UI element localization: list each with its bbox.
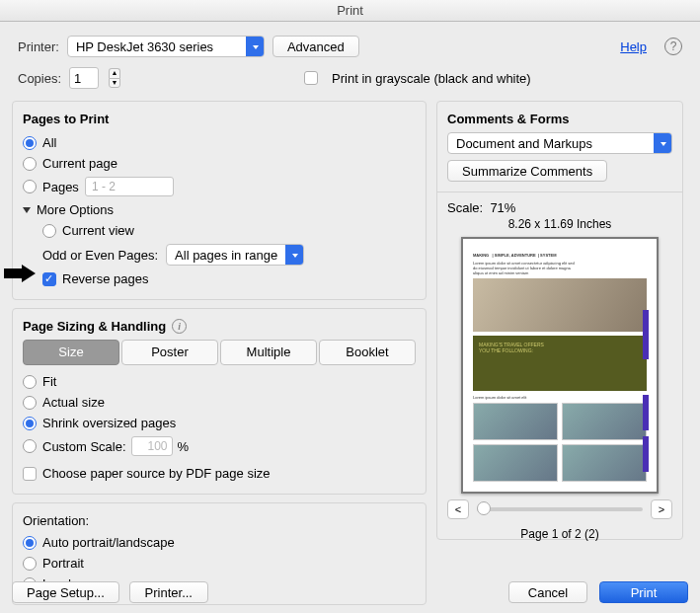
printer-select-value[interactable]: HP DeskJet 3630 series — [67, 36, 265, 57]
pages-radio[interactable] — [23, 180, 37, 193]
prev-page-button[interactable]: < — [447, 499, 469, 519]
pages-label: Pages — [42, 180, 79, 194]
custom-scale-radio[interactable] — [23, 439, 37, 453]
dims-label: 8.26 x 11.69 Inches — [447, 217, 672, 231]
odd-even-label: Odd or Even Pages: — [42, 248, 158, 263]
page-preview: MAKING | SIMPLE, ADVENTURE | SYSTEM Lore… — [461, 237, 659, 494]
page-sizing-panel: Page Sizing & Handlingi Size Poster Mult… — [12, 308, 427, 495]
more-options-disclosure[interactable] — [23, 207, 31, 213]
fit-label: Fit — [42, 374, 56, 389]
more-options-label[interactable]: More Options — [37, 202, 114, 217]
portrait-radio[interactable] — [23, 557, 37, 571]
help-link[interactable]: Help — [620, 39, 647, 54]
zoom-slider[interactable] — [477, 507, 643, 511]
poster-tab[interactable]: Poster — [121, 340, 218, 365]
fit-radio[interactable] — [23, 375, 37, 389]
reverse-pages-checkbox[interactable] — [42, 272, 56, 286]
paper-source-label: Choose paper source by PDF page size — [42, 466, 271, 481]
shrink-label: Shrink oversized pages — [42, 416, 176, 430]
paper-source-checkbox[interactable] — [23, 467, 37, 481]
printer-select[interactable]: HP DeskJet 3630 series — [67, 36, 265, 57]
sizing-title: Page Sizing & Handling — [23, 319, 166, 334]
scale-label: Scale: — [447, 200, 483, 215]
pages-title: Pages to Print — [23, 112, 416, 126]
custom-scale-input[interactable] — [131, 436, 173, 456]
comments-panel: Comments & Forms Document and Markups Su… — [436, 101, 683, 540]
page-setup-button[interactable]: Page Setup... — [12, 581, 119, 603]
copies-input[interactable] — [69, 67, 99, 89]
all-label: All — [42, 135, 56, 150]
printer-label: Printer: — [18, 39, 59, 54]
booklet-tab[interactable]: Booklet — [319, 340, 416, 365]
page-indicator: Page 1 of 2 (2) — [447, 527, 672, 541]
current-view-label: Current view — [62, 223, 134, 238]
printer-button[interactable]: Printer... — [129, 581, 208, 603]
odd-even-select[interactable]: All pages in range — [166, 244, 304, 266]
copies-label: Copies: — [18, 71, 61, 86]
comments-value[interactable]: Document and Markups — [447, 132, 672, 154]
reverse-pages-label: Reverse pages — [62, 271, 148, 286]
current-page-radio[interactable] — [23, 157, 37, 171]
window-title: Print — [0, 0, 700, 22]
summarize-button[interactable]: Summarize Comments — [447, 160, 607, 182]
current-view-radio[interactable] — [42, 224, 56, 238]
print-dialog: Print Printer: HP DeskJet 3630 series Ad… — [0, 0, 700, 613]
info-icon[interactable]: i — [172, 319, 187, 334]
actual-size-label: Actual size — [42, 395, 105, 410]
help-icon[interactable]: ? — [664, 38, 682, 55]
actual-size-radio[interactable] — [23, 396, 37, 410]
shrink-radio[interactable] — [23, 417, 37, 430]
grayscale-checkbox[interactable] — [304, 71, 318, 85]
auto-orient-radio[interactable] — [23, 536, 37, 550]
odd-even-value[interactable]: All pages in range — [166, 244, 304, 266]
pages-range-input[interactable] — [85, 177, 174, 196]
scale-value: 71% — [490, 200, 515, 215]
multiple-tab[interactable]: Multiple — [220, 340, 317, 365]
svg-marker-0 — [4, 265, 36, 282]
portrait-label: Portrait — [42, 556, 84, 571]
print-button[interactable]: Print — [599, 581, 688, 603]
copies-stepper[interactable]: ▲▼ — [109, 68, 120, 88]
next-page-button[interactable]: > — [651, 499, 672, 519]
grayscale-label: Print in grayscale (black and white) — [332, 71, 531, 86]
zoom-thumb[interactable] — [477, 501, 491, 515]
comments-title: Comments & Forms — [447, 112, 672, 126]
custom-scale-label: Custom Scale: — [42, 439, 126, 454]
auto-orient-label: Auto portrait/landscape — [42, 535, 175, 550]
comments-select[interactable]: Document and Markups — [447, 132, 672, 154]
current-page-label: Current page — [42, 156, 117, 171]
all-radio[interactable] — [23, 136, 37, 150]
arrow-annotation-icon — [2, 265, 38, 282]
percent-label: % — [178, 439, 190, 454]
advanced-button[interactable]: Advanced — [272, 36, 359, 57]
size-tab[interactable]: Size — [23, 340, 119, 365]
pages-to-print-panel: Pages to Print All Current page Pages Mo… — [12, 101, 427, 300]
orientation-title: Orientation: — [23, 513, 416, 528]
cancel-button[interactable]: Cancel — [508, 581, 587, 603]
